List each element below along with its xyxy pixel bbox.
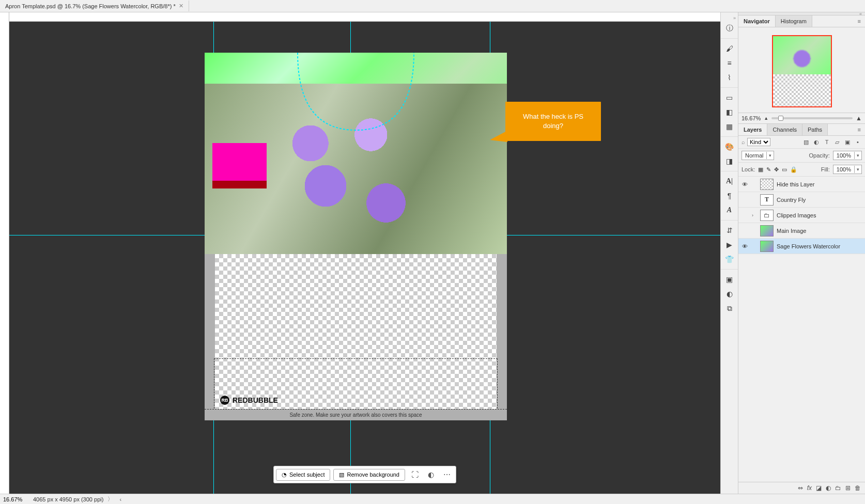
- person-icon: ◔: [282, 471, 287, 478]
- image-icon: ▧: [339, 471, 344, 478]
- opacity-label: Opacity:: [809, 152, 830, 159]
- fill-field[interactable]: 100% ▾: [833, 165, 862, 174]
- visibility-eye-icon[interactable]: 👁: [740, 181, 749, 187]
- redbubble-logo-icon: RB: [220, 396, 229, 405]
- layer-row[interactable]: 👁Sage Flowers Watercolor: [738, 239, 865, 254]
- zoom-in-icon[interactable]: ▲: [856, 115, 862, 122]
- canvas-area[interactable]: RB REDBUBBLE Safe zone. Make sure your a…: [9, 22, 720, 494]
- layer-name[interactable]: Hide this Layer: [777, 181, 863, 187]
- dock-expand-icon[interactable]: »: [733, 15, 738, 21]
- tab-layers[interactable]: Layers: [738, 124, 767, 135]
- opacity-field[interactable]: 100% ▾: [833, 151, 862, 160]
- blend-mode-select[interactable]: Normal ▾: [742, 151, 774, 160]
- pattern-icon[interactable]: ▦: [722, 120, 737, 133]
- fill-value: 100%: [833, 165, 854, 174]
- contextual-action-bar: ◔ Select subject ▧ Remove background ⛶ ◐…: [273, 466, 456, 483]
- filter-text-icon[interactable]: T: [823, 138, 831, 146]
- char-a-icon[interactable]: A|: [722, 175, 737, 188]
- remove-bg-label: Remove background: [347, 471, 399, 478]
- layers-dock-icon[interactable]: ⇵: [722, 224, 737, 237]
- clone-stamp-icon[interactable]: ⌇: [722, 71, 737, 84]
- chevron-down-icon: ▾: [854, 152, 861, 159]
- status-dimensions: 4065 px x 4950 px (300 ppi): [33, 496, 103, 502]
- gradient-icon[interactable]: ◧: [722, 105, 737, 119]
- fx-icon[interactable]: fx: [807, 484, 812, 492]
- expand-arrow-icon[interactable]: ›: [752, 213, 757, 218]
- layer-name[interactable]: Country Fly: [777, 197, 863, 203]
- navigator-zoom-row: 16.67% ▲ ▲: [738, 113, 865, 124]
- mask-icon[interactable]: ◪: [816, 484, 822, 492]
- tab-paths[interactable]: Paths: [802, 124, 828, 135]
- opacity-value: 100%: [833, 151, 854, 160]
- layer-kind-select[interactable]: Kind: [747, 138, 770, 146]
- visibility-eye-icon[interactable]: 👁: [740, 243, 749, 249]
- layer-name[interactable]: Main Image: [777, 228, 863, 234]
- status-zoom-field[interactable]: [3, 496, 29, 502]
- swatches-icon[interactable]: ◨: [722, 154, 737, 168]
- color-icon[interactable]: 🎨: [722, 140, 737, 153]
- link-layers-icon[interactable]: ⇔: [798, 484, 803, 492]
- new-layer-icon[interactable]: ⊞: [845, 484, 851, 492]
- actions-play-icon[interactable]: ▶: [722, 238, 737, 251]
- library-icon[interactable]: ⧉: [722, 302, 737, 315]
- lock-all-icon[interactable]: 🔒: [790, 166, 797, 173]
- navigator-preview[interactable]: [772, 35, 832, 107]
- info-icon[interactable]: ⓘ: [722, 22, 737, 35]
- properties-icon[interactable]: ▭: [722, 91, 737, 104]
- layer-name[interactable]: Sage Flowers Watercolor: [777, 243, 863, 249]
- navigator-zoom-slider[interactable]: [771, 117, 853, 119]
- layer-list[interactable]: 👁Hide this LayerTCountry Fly›🗀Clipped Im…: [738, 177, 865, 482]
- filter-toggle-icon[interactable]: •: [854, 138, 862, 146]
- filter-smart-icon[interactable]: ▣: [843, 138, 852, 146]
- filter-shape-icon[interactable]: ▱: [833, 138, 841, 146]
- status-chevron-icon[interactable]: 〉: [107, 495, 113, 503]
- trash-icon[interactable]: 🗑: [855, 484, 861, 492]
- navigator-flyout-icon[interactable]: ≡: [854, 15, 865, 27]
- remove-background-button[interactable]: ▧ Remove background: [333, 469, 405, 481]
- document-tab[interactable]: Apron Template.psd @ 16.7% (Sage Flowers…: [0, 1, 189, 11]
- type-style-icon[interactable]: A: [722, 203, 737, 217]
- blend-mode-value: Normal: [742, 151, 766, 160]
- brush-icon[interactable]: 🖌: [722, 42, 737, 55]
- tab-channels[interactable]: Channels: [767, 124, 802, 135]
- select-subject-button[interactable]: ◔ Select subject: [276, 469, 330, 481]
- close-tab-icon[interactable]: ✕: [179, 3, 183, 9]
- tab-navigator[interactable]: Navigator: [738, 15, 776, 27]
- panels-column: « Navigator Histogram ≡ 16.67% ▲ ▲: [738, 12, 865, 494]
- filter-image-icon[interactable]: ▧: [802, 138, 810, 146]
- lock-brush-icon[interactable]: ✎: [766, 166, 771, 173]
- paragraph-icon[interactable]: ¶: [722, 189, 737, 202]
- image-dock-icon[interactable]: ▣: [722, 273, 737, 286]
- sliders-icon[interactable]: ≡: [722, 56, 737, 70]
- fill-label: Fill:: [821, 166, 830, 172]
- filter-adjust-icon[interactable]: ◐: [812, 138, 821, 146]
- layer-row[interactable]: 👁Hide this Layer: [738, 177, 865, 192]
- more-icon[interactable]: ⋯: [440, 468, 454, 481]
- zoom-out-icon[interactable]: ▲: [764, 116, 768, 121]
- chevron-down-icon: ▾: [766, 152, 774, 159]
- crop-icon[interactable]: ⛶: [408, 468, 422, 481]
- chevron-down-icon: ▾: [854, 166, 861, 173]
- lock-pixels-icon[interactable]: ▦: [758, 166, 763, 173]
- layers-flyout-icon[interactable]: ≡: [854, 124, 865, 135]
- layers-filter-row: ⌕ Kind ▧ ◐ T ▱ ▣ •: [738, 136, 865, 149]
- circle-half-icon[interactable]: ◐: [425, 468, 437, 481]
- lock-position-icon[interactable]: ✥: [774, 166, 779, 173]
- tab-histogram[interactable]: Histogram: [776, 15, 812, 27]
- status-left-icon[interactable]: ‹: [119, 496, 121, 502]
- layers-tabs: Layers Channels Paths ≡: [738, 124, 865, 136]
- lock-artboard-icon[interactable]: ▭: [782, 166, 787, 173]
- hanger-icon[interactable]: 👕: [722, 253, 737, 266]
- layer-row[interactable]: TCountry Fly: [738, 192, 865, 208]
- layer-row[interactable]: ›🗀Clipped Images: [738, 208, 865, 223]
- layer-thumbnail: [760, 179, 774, 190]
- document-tab-bar: Apron Template.psd @ 16.7% (Sage Flowers…: [0, 0, 865, 12]
- adjustment-icon[interactable]: ◐: [826, 484, 831, 492]
- group-icon[interactable]: 🗀: [835, 484, 841, 492]
- navigator-zoom-value[interactable]: 16.67%: [742, 115, 761, 121]
- layer-row[interactable]: Main Image: [738, 223, 865, 239]
- select-subject-label: Select subject: [289, 471, 325, 478]
- redbubble-brand: RB REDBUBBLE: [220, 396, 278, 405]
- layer-name[interactable]: Clipped Images: [777, 212, 863, 218]
- exposure-icon[interactable]: ◐: [722, 287, 737, 301]
